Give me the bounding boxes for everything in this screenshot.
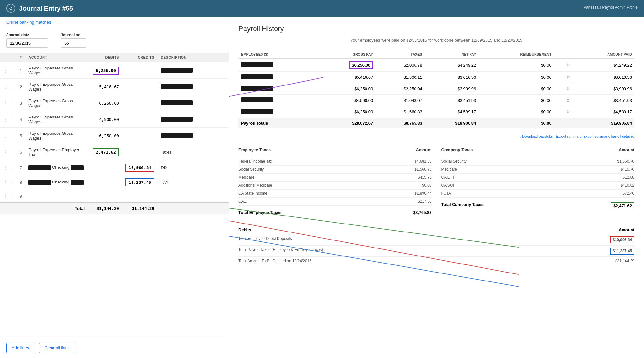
journal-date-input[interactable] bbox=[6, 38, 48, 48]
debit-cell[interactable]: 4,500.00 bbox=[89, 111, 122, 128]
debit-cell[interactable] bbox=[89, 190, 122, 203]
gear-icon[interactable]: ⚙ bbox=[566, 75, 570, 80]
export-detailed-link[interactable]: detailed bbox=[622, 134, 634, 138]
row-number: 5 bbox=[17, 128, 25, 144]
credit-cell[interactable] bbox=[122, 190, 157, 203]
tax-amount: $410.62 bbox=[621, 183, 634, 188]
credit-cell[interactable] bbox=[122, 95, 157, 111]
debit-amount: $19,906.84 bbox=[610, 236, 634, 243]
credit-cell[interactable]: 19,906.84 bbox=[122, 160, 157, 175]
tax-label: Medicare bbox=[238, 175, 254, 180]
debit-cell[interactable] bbox=[89, 175, 122, 190]
add-lines-button[interactable]: Add lines bbox=[6, 343, 34, 353]
journal-no-input[interactable] bbox=[61, 38, 86, 48]
debit-cell[interactable]: 2,471.62 bbox=[89, 144, 122, 160]
drag-handle[interactable]: ⋮⋮ bbox=[0, 190, 17, 203]
tax-amount: $1,560.70 bbox=[617, 159, 634, 164]
debit-label: Total Amount To Be Debited on 12/24/2015 bbox=[238, 259, 311, 263]
debits-section: Debits Amount Total Employee Direct Depo… bbox=[238, 225, 634, 265]
credit-cell[interactable] bbox=[122, 111, 157, 128]
account-cell[interactable]: Checking bbox=[25, 175, 89, 190]
app-header: ↺ Journal Entry #55 Vanessa's Payroll Ad… bbox=[0, 0, 644, 17]
desc-cell[interactable]: Taxes bbox=[157, 144, 229, 160]
employee-row: $6,250.00 $2,250.04 $3,999.96 $0.00 ⚙ $3… bbox=[238, 83, 634, 95]
payroll-totals-net: $19,906.84 bbox=[425, 118, 479, 128]
drag-handle[interactable]: ⋮⋮ bbox=[0, 111, 17, 128]
debit-cell[interactable]: 6,250.00 bbox=[89, 95, 122, 111]
account-cell[interactable]: Checking bbox=[25, 160, 89, 175]
payroll-totals-row: Payroll Totals $28,672.67 $8,765.83 $19,… bbox=[238, 118, 634, 128]
debit-cell[interactable]: 6,256.00 bbox=[89, 62, 122, 79]
tax-amount: $415.76 bbox=[418, 175, 431, 180]
tax-amount: $4,681.38 bbox=[415, 159, 431, 164]
debit-row: Total Employee Direct Deposits $19,906.8… bbox=[238, 234, 634, 246]
tax-label: Additional Medicare bbox=[238, 183, 272, 188]
drag-handle[interactable]: ⋮⋮ bbox=[0, 62, 17, 79]
journal-date-label: Journal date bbox=[6, 33, 48, 37]
drag-handle[interactable]: ⋮⋮ bbox=[0, 160, 17, 175]
drag-handle[interactable]: ⋮⋮ bbox=[0, 95, 17, 111]
credit-cell[interactable] bbox=[122, 62, 157, 79]
tax-label: CA... bbox=[238, 199, 247, 204]
gear-icon[interactable]: ⚙ bbox=[566, 110, 570, 114]
drag-handle[interactable]: ⋮⋮ bbox=[0, 128, 17, 144]
employee-taxes-amount-title: Amount bbox=[416, 145, 431, 155]
desc-cell[interactable] bbox=[157, 62, 229, 79]
debits-title-row: Debits Amount bbox=[238, 225, 634, 234]
tax-row: Social Security $1,560.70 bbox=[441, 158, 635, 166]
account-cell[interactable]: Payroll Expenses:Gross Wages bbox=[25, 79, 89, 95]
main-container: Online banking matches Journal date Jour… bbox=[0, 17, 644, 358]
employees-table: Employees ($) Gross Pay Taxes Net Pay Re… bbox=[238, 51, 634, 128]
account-cell[interactable]: Payroll Expenses:Gross Wages bbox=[25, 95, 89, 111]
credit-cell[interactable] bbox=[122, 128, 157, 144]
account-cell[interactable] bbox=[25, 190, 89, 203]
credit-cell[interactable] bbox=[122, 79, 157, 95]
credit-cell[interactable]: 11,237.45 bbox=[122, 175, 157, 190]
tax-amount: $12.08 bbox=[623, 175, 634, 180]
credit-cell[interactable] bbox=[122, 144, 157, 160]
col-amount-paid: Amount Paid bbox=[573, 51, 634, 59]
tax-amount: $415.76 bbox=[621, 167, 634, 172]
account-cell[interactable]: Payroll Expenses:Gross Wages bbox=[25, 62, 89, 79]
desc-cell[interactable] bbox=[157, 95, 229, 111]
table-row: ⋮⋮ 4 Payroll Expenses:Gross Wages 4,500.… bbox=[0, 111, 229, 128]
company-taxes-amount-title: Amount bbox=[619, 145, 634, 155]
desc-cell[interactable]: TAX bbox=[157, 175, 229, 190]
download-paystubs-link[interactable]: ↓ Download paystubs bbox=[519, 134, 553, 138]
desc-cell[interactable] bbox=[157, 190, 229, 203]
payroll-totals-taxes: $8,765.83 bbox=[375, 118, 425, 128]
account-cell[interactable]: Payroll Expenses:Gross Wages bbox=[25, 111, 89, 128]
tax-label: Medicare bbox=[441, 167, 457, 172]
company-taxes-col: Company Taxes Amount Social Security $1,… bbox=[441, 145, 635, 217]
payroll-totals-gross: $28,672.67 bbox=[316, 118, 375, 128]
account-cell[interactable]: Payroll Expenses:Employer Tax bbox=[25, 144, 89, 160]
clear-all-lines-button[interactable]: Clear all lines bbox=[39, 343, 75, 353]
table-actions: Add lines Clear all lines bbox=[0, 338, 229, 358]
gear-icon[interactable]: ⚙ bbox=[566, 86, 570, 91]
desc-cell[interactable]: DD bbox=[157, 160, 229, 175]
tax-row: FUTA $72.46 bbox=[441, 190, 635, 198]
tax-amount: $0.00 bbox=[422, 183, 431, 188]
debit-cell[interactable] bbox=[89, 160, 122, 175]
debit-amount: $31,144.29 bbox=[615, 259, 634, 263]
desc-cell[interactable] bbox=[157, 79, 229, 95]
gear-icon[interactable]: ⚙ bbox=[566, 98, 570, 103]
journal-no-label: Journal no bbox=[61, 33, 86, 37]
col-gear bbox=[554, 51, 573, 59]
drag-handle[interactable]: ⋮⋮ bbox=[0, 144, 17, 160]
drag-handle[interactable]: ⋮⋮ bbox=[0, 79, 17, 95]
employee-taxes-col: Employee Taxes Amount Federal Income Tax… bbox=[238, 145, 432, 217]
online-banking-link[interactable]: Online banking matches bbox=[0, 17, 229, 28]
debit-label: Total Employee Direct Deposits bbox=[238, 236, 292, 243]
export-basic-link[interactable]: Export summary: Export summary: basic bbox=[556, 134, 619, 138]
account-cell[interactable]: Payroll Expenses:Gross Wages bbox=[25, 128, 89, 144]
debit-cell[interactable]: 6,250.00 bbox=[89, 128, 122, 144]
desc-cell[interactable] bbox=[157, 128, 229, 144]
col-reimbursement: Reimbursement bbox=[479, 51, 554, 59]
drag-handle[interactable]: ⋮⋮ bbox=[0, 175, 17, 190]
gear-icon[interactable]: ⚙ bbox=[566, 63, 570, 68]
debit-cell[interactable]: 5,416.67 bbox=[89, 79, 122, 95]
desc-cell[interactable] bbox=[157, 111, 229, 128]
tax-label: Social Security bbox=[238, 167, 264, 172]
user-profile-link[interactable]: Vanessa's Payroll Admin Profile bbox=[584, 5, 638, 10]
